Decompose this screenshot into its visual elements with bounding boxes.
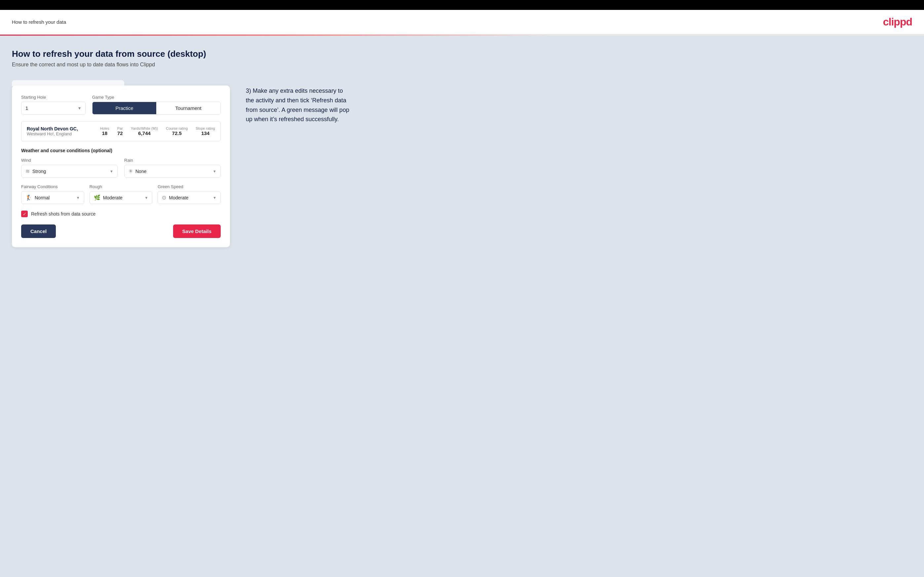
game-type-group: Game Type Practice Tournament xyxy=(92,95,221,114)
cancel-button[interactable]: Cancel xyxy=(21,224,56,238)
practice-button[interactable]: Practice xyxy=(92,102,157,114)
fairway-chevron-icon: ▼ xyxy=(76,196,80,200)
breadcrumb: How to refresh your data xyxy=(12,19,66,25)
top-form-row: Starting Hole 1 10 ▼ Game Type Practi xyxy=(21,95,221,114)
yards-value: 6,744 xyxy=(138,131,151,136)
green-speed-label: Green Speed xyxy=(158,184,221,189)
header: How to refresh your data clippd xyxy=(0,10,924,35)
main-content: How to refresh your data from source (de… xyxy=(0,35,924,577)
game-type-buttons: Practice Tournament xyxy=(92,102,221,114)
card-hint xyxy=(12,80,124,86)
green-speed-chevron-icon: ▼ xyxy=(213,196,216,200)
starting-hole-select[interactable]: 1 10 xyxy=(21,102,86,114)
wind-chevron-icon: ▼ xyxy=(110,169,113,173)
page-subtitle: Ensure the correct and most up to date d… xyxy=(12,62,912,68)
rain-select[interactable]: ✳ None ▼ xyxy=(124,165,221,177)
slope-rating-label: Slope rating xyxy=(195,126,215,131)
rain-icon: ✳ xyxy=(129,168,133,174)
wind-label: Wind xyxy=(21,158,118,163)
weather-section-title: Weather and course conditions (optional) xyxy=(21,148,221,153)
course-location: Westward Ho!, England xyxy=(27,131,78,136)
page-title: How to refresh your data from source (de… xyxy=(12,49,912,59)
form-card: Starting Hole 1 10 ▼ Game Type Practi xyxy=(12,85,230,247)
save-button[interactable]: Save Details xyxy=(173,224,221,238)
course-rating-value: 72.5 xyxy=(172,131,182,136)
rain-value: None xyxy=(136,169,213,174)
starting-hole-group: Starting Hole 1 10 ▼ xyxy=(21,95,86,114)
rough-icon: 🌿 xyxy=(94,194,100,201)
content-row: Starting Hole 1 10 ▼ Game Type Practi xyxy=(12,79,912,247)
conditions-row: Fairway Conditions 🏌 Normal ▼ Rough 🌿 Mo… xyxy=(21,184,221,204)
form-area: Starting Hole 1 10 ▼ Game Type Practi xyxy=(12,79,230,247)
wind-icon: ≋ xyxy=(26,168,30,174)
fairway-value: Normal xyxy=(35,195,76,200)
slope-rating-stat: Slope rating 134 xyxy=(195,126,215,136)
yards-label: Yards/White (M)) xyxy=(131,126,158,131)
par-value: 72 xyxy=(117,131,123,136)
rain-group: Rain ✳ None ▼ xyxy=(124,158,221,177)
course-rating-stat: Course rating 72.5 xyxy=(166,126,187,136)
green-speed-icon: ⊙ xyxy=(162,194,166,201)
course-rating-label: Course rating xyxy=(166,126,187,131)
fairway-group: Fairway Conditions 🏌 Normal ▼ xyxy=(21,184,84,204)
logo: clippd xyxy=(883,16,912,28)
side-note: 3) Make any extra edits necessary to the… xyxy=(246,79,352,124)
rough-label: Rough xyxy=(89,184,153,189)
top-bar xyxy=(0,0,924,10)
rain-chevron-icon: ▼ xyxy=(213,169,216,173)
rain-label: Rain xyxy=(124,158,221,163)
course-stats: Holes 18 Par 72 Yards/White (M)) 6,744 xyxy=(100,126,215,136)
holes-value: 18 xyxy=(102,131,107,136)
green-speed-select[interactable]: ⊙ Moderate ▼ xyxy=(158,191,221,204)
rough-group: Rough 🌿 Moderate ▼ xyxy=(89,184,153,204)
par-label: Par xyxy=(117,126,123,131)
rough-select[interactable]: 🌿 Moderate ▼ xyxy=(89,191,153,204)
game-type-label: Game Type xyxy=(92,95,221,100)
fairway-icon: 🏌 xyxy=(26,194,32,201)
rough-value: Moderate xyxy=(103,195,145,200)
yards-stat: Yards/White (M)) 6,744 xyxy=(131,126,158,136)
side-note-text: 3) Make any extra edits necessary to the… xyxy=(246,86,352,124)
wind-value: Strong xyxy=(32,169,110,174)
green-speed-value: Moderate xyxy=(169,195,213,200)
course-info-box: Royal North Devon GC, Westward Ho!, Engl… xyxy=(21,121,221,141)
starting-hole-select-wrapper: 1 10 ▼ xyxy=(21,102,86,114)
fairway-select[interactable]: 🏌 Normal ▼ xyxy=(21,191,84,204)
green-speed-group: Green Speed ⊙ Moderate ▼ xyxy=(158,184,221,204)
refresh-checkbox-row: ✓ Refresh shots from data source xyxy=(21,211,221,217)
holes-label: Holes xyxy=(100,126,109,131)
course-details: Royal North Devon GC, Westward Ho!, Engl… xyxy=(27,126,78,136)
par-stat: Par 72 xyxy=(117,126,123,136)
fairway-label: Fairway Conditions xyxy=(21,184,84,189)
wind-select[interactable]: ≋ Strong ▼ xyxy=(21,165,118,177)
refresh-checkbox[interactable]: ✓ xyxy=(21,211,28,217)
wind-group: Wind ≋ Strong ▼ xyxy=(21,158,118,177)
button-row: Cancel Save Details xyxy=(21,224,221,238)
holes-stat: Holes 18 xyxy=(100,126,109,136)
rough-chevron-icon: ▼ xyxy=(144,196,148,200)
starting-hole-label: Starting Hole xyxy=(21,95,86,100)
refresh-label: Refresh shots from data source xyxy=(31,211,95,216)
tournament-button[interactable]: Tournament xyxy=(156,102,220,114)
wind-rain-row: Wind ≋ Strong ▼ Rain ✳ None ▼ xyxy=(21,158,221,177)
slope-rating-value: 134 xyxy=(201,131,210,136)
course-name: Royal North Devon GC, xyxy=(27,126,78,131)
